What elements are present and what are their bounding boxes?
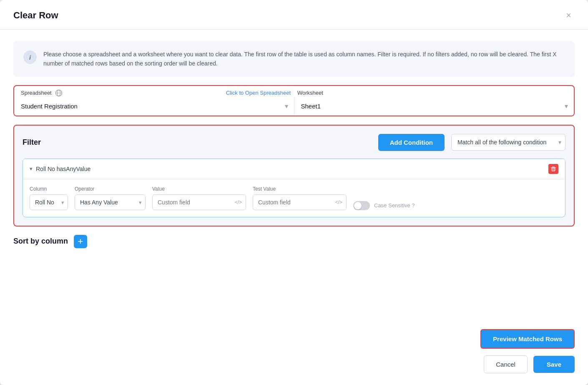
spreadsheet-select-wrapper: Student Registration ▾ xyxy=(14,97,294,116)
toggle-knob xyxy=(354,202,362,209)
spreadsheet-label-left: Spreadsheet Click to Open Spreadsheet xyxy=(21,89,291,97)
worksheet-select-wrapper: Sheet1 ▾ xyxy=(294,97,574,116)
match-select-wrapper: Match all of the following condition Mat… xyxy=(451,134,565,151)
spreadsheet-section: Spreadsheet Click to Open Spreadsheet Wo… xyxy=(13,85,575,116)
test-value-input-wrapper: </> xyxy=(253,194,347,210)
case-sensitive-label: Case Sensitive ? xyxy=(374,202,415,209)
condition-summary: Roll No hasAnyValue xyxy=(36,166,90,172)
condition-body: Column Roll No ▾ Operator xyxy=(23,179,565,217)
sort-title: Sort by column xyxy=(13,237,68,246)
test-value-field-group: Test Value </> xyxy=(253,186,347,210)
modal-body: i Please choose a spreadsheet and a work… xyxy=(0,30,588,322)
save-button[interactable]: Save xyxy=(533,356,575,373)
operator-select[interactable]: Has Any Value Equals Contains Does Not C… xyxy=(75,194,146,210)
open-spreadsheet-link[interactable]: Click to Open Spreadsheet xyxy=(226,90,291,96)
add-condition-button[interactable]: Add Condition xyxy=(378,134,445,151)
spreadsheet-labels-row: Spreadsheet Click to Open Spreadsheet Wo… xyxy=(14,86,574,97)
trash-icon xyxy=(550,166,556,172)
spreadsheet-inputs-row: Student Registration ▾ Sheet1 ▾ xyxy=(14,97,574,116)
delete-condition-button[interactable] xyxy=(548,164,558,174)
case-sensitive-row: Case Sensitive ? xyxy=(353,201,415,210)
svg-rect-4 xyxy=(552,166,555,167)
case-sensitive-toggle[interactable] xyxy=(353,201,370,210)
condition-box: ▾ Roll No hasAnyValue xyxy=(23,159,565,217)
info-icon: i xyxy=(23,50,37,64)
operator-select-wrapper: Has Any Value Equals Contains Does Not C… xyxy=(75,194,146,210)
condition-title: ▾ Roll No hasAnyValue xyxy=(30,166,90,172)
spreadsheet-select[interactable]: Student Registration xyxy=(14,97,294,116)
condition-header: ▾ Roll No hasAnyValue xyxy=(23,159,565,179)
modal-header: Clear Row × xyxy=(0,0,588,30)
add-sort-button[interactable]: + xyxy=(74,235,87,248)
cancel-button[interactable]: Cancel xyxy=(484,355,528,373)
condition-fields-row: Column Roll No ▾ Operator xyxy=(30,186,558,210)
value-input[interactable] xyxy=(152,194,246,210)
filter-title: Filter xyxy=(23,138,41,147)
value-field-group: Value </> xyxy=(152,186,246,210)
column-field-group: Column Roll No ▾ xyxy=(30,186,68,210)
modal-footer: Preview Matched Rows Cancel Save xyxy=(0,322,588,385)
preview-matched-rows-button[interactable]: Preview Matched Rows xyxy=(480,329,575,349)
worksheet-select[interactable]: Sheet1 xyxy=(294,97,574,116)
info-text: Please choose a spreadsheet and a worksh… xyxy=(43,50,565,68)
sort-section: Sort by column + xyxy=(13,235,575,248)
match-select[interactable]: Match all of the following condition Mat… xyxy=(451,134,565,151)
close-button[interactable]: × xyxy=(563,9,575,22)
value-input-wrapper: </> xyxy=(152,194,246,210)
modal-title: Clear Row xyxy=(13,10,58,21)
spreadsheet-label: Spreadsheet xyxy=(21,90,52,96)
worksheet-label: Worksheet xyxy=(291,90,567,96)
test-value-input[interactable] xyxy=(253,194,347,210)
filter-section: Filter Add Condition Match all of the fo… xyxy=(13,125,575,226)
column-select-wrapper: Roll No ▾ xyxy=(30,194,68,210)
info-box: i Please choose a spreadsheet and a work… xyxy=(13,41,575,77)
operator-label: Operator xyxy=(75,186,146,192)
column-label: Column xyxy=(30,186,68,192)
operator-field-group: Operator Has Any Value Equals Contains D… xyxy=(75,186,146,210)
filter-header: Filter Add Condition Match all of the fo… xyxy=(23,134,565,151)
chevron-down-icon: ▾ xyxy=(30,166,33,172)
value-label: Value xyxy=(152,186,246,192)
modal-container: Clear Row × i Please choose a spreadshee… xyxy=(0,0,588,385)
case-sensitive-group: Case Sensitive ? xyxy=(353,192,415,210)
test-value-label: Test Value xyxy=(253,186,347,192)
footer-actions: Cancel Save xyxy=(484,355,575,373)
globe-icon xyxy=(55,89,63,97)
column-select[interactable]: Roll No xyxy=(30,194,68,210)
